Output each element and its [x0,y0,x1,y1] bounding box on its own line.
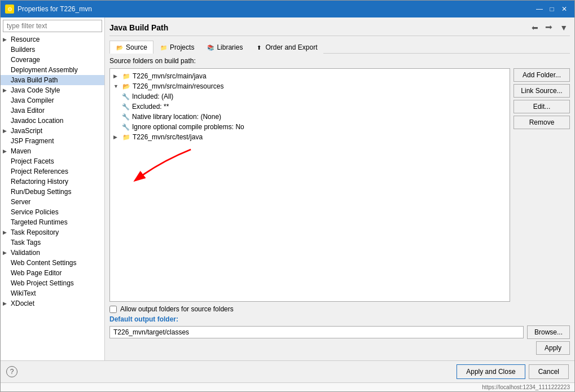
forward-button[interactable]: ⮕ [543,22,555,33]
dialog-footer: ? Apply and Close Cancel [1,360,574,382]
apply-button[interactable]: Apply [536,341,570,355]
sidebar-item-web-page-editor[interactable]: Web Page Editor [1,268,104,278]
tree-item-src-main-resources[interactable]: ▼ 📂 T226_mvn/src/main/resources [112,81,507,91]
tabs-bar: 📂 Source 📁 Projects 📚 Libraries ⬆ Order … [109,41,570,54]
help-button[interactable]: ? [6,366,17,377]
sidebar-item-xdoclet[interactable]: ▶ XDoclet [1,298,104,309]
remove-button[interactable]: Remove [513,116,570,129]
sidebar-item-label: JavaScript [11,127,42,135]
tab-projects[interactable]: 📁 Projects [153,41,200,54]
tree-item-ignore-optional[interactable]: 🔧 Ignore optional compile problems: No [120,122,507,132]
sidebar-item-java-editor[interactable]: Java Editor [1,105,104,116]
edit-button[interactable]: Edit... [513,100,570,113]
status-bar: https://localhost:1234_1111222223 [1,382,574,391]
native-icon: 🔧 [121,112,130,121]
title-bar-left: ⚙ Properties for T226_mvn [5,5,92,14]
tree-item-label: T226_mvn/src/main/resources [133,82,223,90]
tab-libraries[interactable]: 📚 Libraries [200,41,249,54]
sidebar-item-task-tags[interactable]: Task Tags [1,237,104,248]
sidebar-item-refactoring-history[interactable]: Refactoring History [1,177,104,187]
sidebar-item-maven[interactable]: ▶ Maven [1,146,104,156]
back-button[interactable]: ⬅ [529,22,541,33]
sidebar-item-java-code-style[interactable]: ▶ Java Code Style [1,85,104,95]
nav-list: ▶ Resource Builders Coverage Deployment … [1,34,104,360]
add-folder-button[interactable]: Add Folder... [513,68,570,82]
minimize-button[interactable]: — [534,4,545,14]
sidebar-item-service-policies[interactable]: Service Policies [1,207,104,217]
sidebar-item-label: Project Facets [11,157,54,165]
tree-arrow-icon: ▶ [113,73,120,79]
sidebar-item-label: Service Policies [11,208,59,216]
dropdown-button[interactable]: ▼ [558,22,570,33]
link-source-button[interactable]: Link Source... [513,84,570,98]
close-button[interactable]: ✕ [559,4,570,14]
sidebar-item-task-repository[interactable]: ▶ Task Repository [1,227,104,237]
status-url: https://localhost:1234_1111222223 [482,384,570,390]
tree-item-native-library[interactable]: 🔧 Native library location: (None) [120,112,507,122]
dialog: ⚙ Properties for T226_mvn — □ ✕ ▶ Resour… [0,0,575,392]
sidebar-item-label: Project References [11,168,68,175]
sidebar-item-label: XDoclet [11,299,34,307]
sidebar-item-project-references[interactable]: Project References [1,166,104,177]
sidebar-item-label: Maven [11,147,31,155]
maximize-button[interactable]: □ [546,4,558,14]
libraries-tab-icon: 📚 [207,43,214,51]
app-icon: ⚙ [5,5,14,14]
sidebar-item-deployment-assembly[interactable]: Deployment Assembly [1,65,104,75]
folder-icon: 📁 [122,72,131,81]
sidebar-item-label: Validation [11,249,40,257]
title-bar-controls: — □ ✕ [534,4,570,14]
tree-item-label: Native library location: (None) [132,113,221,121]
tree-item-included[interactable]: 🔧 Included: (All) [120,91,507,102]
title-bar: ⚙ Properties for T226_mvn — □ ✕ [1,1,574,17]
output-folder-input[interactable] [109,326,524,338]
sidebar-item-label: Task Repository [11,228,59,236]
projects-tab-icon: 📁 [160,43,168,51]
sidebar-item-javascript[interactable]: ▶ JavaScript [1,126,104,136]
dialog-body: ▶ Resource Builders Coverage Deployment … [1,17,574,360]
apply-and-close-button[interactable]: Apply and Close [457,364,525,379]
allow-output-label: Allow output folders for source folders [120,305,234,313]
sidebar-item-label: Web Page Editor [11,269,62,277]
expand-arrow-icon: ▶ [3,37,8,42]
tree-item-src-test-java[interactable]: ▶ 📁 T226_mvn/src/test/java [112,132,507,142]
sidebar-item-java-compiler[interactable]: Java Compiler [1,95,104,105]
sidebar-item-label: Javadoc Location [11,117,63,125]
allow-output-checkbox[interactable] [109,306,117,313]
sidebar-item-validation[interactable]: ▶ Validation [1,248,104,258]
window-title: Properties for T226_mvn [17,5,92,13]
panel-nav: ⬅ ⮕ ▼ [529,22,570,33]
sidebar-item-label: Builders [11,46,35,54]
tree-item-label: Excluded: ** [132,103,169,111]
tab-order-and-export[interactable]: ⬆ Order and Export [249,41,323,54]
sidebar-item-project-facets[interactable]: Project Facets [1,156,104,166]
output-folder-row: Browse... [109,325,570,339]
cancel-button[interactable]: Cancel [529,364,569,379]
tab-projects-label: Projects [170,43,194,51]
sidebar-item-web-project-settings[interactable]: Web Project Settings [1,278,104,288]
sidebar-item-run-debug-settings[interactable]: Run/Debug Settings [1,187,104,197]
expand-arrow-icon: ▶ [3,87,8,93]
sidebar-item-label: Run/Debug Settings [11,188,71,196]
sidebar-item-label: Java Compiler [11,96,54,104]
tree-item-src-main-java[interactable]: ▶ 📁 T226_mvn/src/main/java [112,71,507,81]
sidebar-item-targeted-runtimes[interactable]: Targeted Runtimes [1,217,104,227]
sidebar-item-jsp-fragment[interactable]: JSP Fragment [1,136,104,146]
sidebar-item-coverage[interactable]: Coverage [1,55,104,65]
browse-button[interactable]: Browse... [527,325,570,339]
sidebar-item-builders[interactable]: Builders [1,45,104,55]
tab-source[interactable]: 📂 Source [109,41,153,54]
sidebar-item-resource[interactable]: ▶ Resource [1,34,104,45]
filter-input[interactable] [3,20,102,32]
tree-item-excluded[interactable]: 🔧 Excluded: ** [120,102,507,112]
action-buttons: Add Folder... Link Source... Edit... Rem… [513,68,570,302]
sidebar-item-javadoc-location[interactable]: Javadoc Location [1,116,104,126]
left-panel: ▶ Resource Builders Coverage Deployment … [1,17,105,360]
sidebar-item-wikitext[interactable]: WikiText [1,288,104,298]
tree-arrow-icon: ▶ [113,134,120,140]
sidebar-item-label: Server [11,198,30,206]
sidebar-item-java-build-path[interactable]: Java Build Path [1,75,104,85]
annotation-area [112,142,507,210]
sidebar-item-server[interactable]: Server [1,197,104,207]
sidebar-item-web-content-settings[interactable]: Web Content Settings [1,258,104,268]
